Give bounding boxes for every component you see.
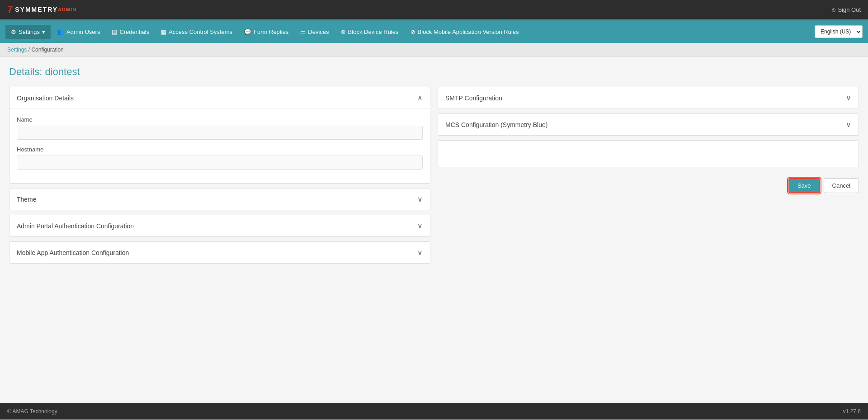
smtp-header[interactable]: SMTP Configuration ∨ bbox=[438, 87, 859, 109]
right-column: SMTP Configuration ∨ MCS Configuration (… bbox=[438, 87, 859, 198]
smtp-chevron-down-icon: ∨ bbox=[846, 94, 851, 102]
action-area: Save Cancel bbox=[438, 174, 859, 198]
chevron-down-icon: ▾ bbox=[42, 28, 45, 35]
logo-icon: 7 bbox=[7, 5, 13, 14]
logo: 7 SYMMETRY ADMIN bbox=[7, 5, 76, 14]
language-select[interactable]: English (US) bbox=[815, 25, 863, 38]
content-grid: Organisation Details ∧ Name Hostname bbox=[9, 87, 859, 264]
nav-block-mobile-label: Block Mobile Application Version Rules bbox=[418, 28, 519, 35]
nav-settings-label: Settings bbox=[19, 28, 40, 35]
credentials-icon: ▤ bbox=[112, 28, 117, 35]
users-icon: 👥 bbox=[57, 28, 64, 35]
save-button[interactable]: Save bbox=[788, 178, 820, 193]
nav-form-replies-label: Form Replies bbox=[254, 28, 288, 35]
form-replies-icon: 💬 bbox=[244, 28, 251, 35]
theme-chevron-down-icon: ∨ bbox=[417, 195, 423, 203]
nav-credentials[interactable]: ▤ Credentials bbox=[106, 25, 155, 39]
right-empty-panel bbox=[438, 140, 859, 167]
nav-access-control[interactable]: ▦ Access Control Systems bbox=[156, 25, 238, 39]
nav-block-device-rules-label: Block Device Rules bbox=[348, 28, 399, 35]
nav-devices[interactable]: ▭ Devices bbox=[295, 25, 334, 39]
nav-devices-label: Devices bbox=[308, 28, 329, 35]
footer-version: v1.27.6 bbox=[843, 408, 861, 415]
mobile-app-auth-chevron-down-icon: ∨ bbox=[417, 248, 423, 257]
nav-admin-users-label: Admin Users bbox=[66, 28, 100, 35]
breadcrumb-settings-link[interactable]: Settings bbox=[7, 47, 27, 53]
block-mobile-icon: ⊘ bbox=[410, 28, 415, 35]
footer: © AMAG Technology v1.27.6 bbox=[0, 403, 868, 420]
nav-block-device-rules[interactable]: ⊗ Block Device Rules bbox=[335, 25, 404, 39]
sign-out-button[interactable]: ⎋ Sign Out bbox=[832, 6, 861, 13]
breadcrumb: Settings / Configuration bbox=[0, 43, 868, 57]
logo-admin-text: ADMIN bbox=[58, 7, 76, 12]
org-details-panel: Organisation Details ∧ Name Hostname bbox=[9, 87, 430, 184]
cancel-button[interactable]: Cancel bbox=[824, 178, 859, 193]
admin-portal-auth-header[interactable]: Admin Portal Authentication Configuratio… bbox=[9, 215, 430, 236]
main-content: Details: diontest Organisation Details ∧… bbox=[0, 57, 868, 403]
hostname-label: Hostname bbox=[17, 146, 423, 153]
nav-left: ⚙ Settings ▾ 👥 Admin Users ▤ Credentials… bbox=[5, 25, 524, 39]
top-bar: 7 SYMMETRY ADMIN ⎋ Sign Out bbox=[0, 0, 868, 20]
nav-credentials-label: Credentials bbox=[119, 28, 149, 35]
hostname-input[interactable] bbox=[17, 156, 423, 170]
mobile-app-auth-header[interactable]: Mobile App Authentication Configuration … bbox=[9, 242, 430, 263]
page-title: Details: diontest bbox=[9, 66, 859, 78]
admin-portal-auth-chevron-down-icon: ∨ bbox=[417, 222, 423, 230]
theme-title: Theme bbox=[17, 196, 37, 203]
breadcrumb-separator: / bbox=[28, 47, 30, 53]
name-input[interactable] bbox=[17, 126, 423, 140]
footer-copyright: © AMAG Technology bbox=[7, 408, 57, 415]
mcs-panel: MCS Configuration (Symmetry Blue) ∨ bbox=[438, 113, 859, 136]
gear-icon: ⚙ bbox=[11, 28, 16, 35]
logo-symmetry-text: SYMMETRY bbox=[15, 6, 58, 13]
smtp-panel: SMTP Configuration ∨ bbox=[438, 87, 859, 109]
name-label: Name bbox=[17, 116, 423, 123]
nav-settings[interactable]: ⚙ Settings ▾ bbox=[5, 25, 51, 39]
nav-block-mobile[interactable]: ⊘ Block Mobile Application Version Rules bbox=[405, 25, 524, 39]
org-details-header[interactable]: Organisation Details ∧ bbox=[9, 87, 430, 109]
sign-out-icon: ⎋ bbox=[832, 6, 835, 13]
access-control-icon: ▦ bbox=[161, 28, 166, 35]
admin-portal-auth-panel: Admin Portal Authentication Configuratio… bbox=[9, 215, 430, 237]
theme-header[interactable]: Theme ∨ bbox=[9, 189, 430, 210]
nav-access-control-label: Access Control Systems bbox=[169, 28, 232, 35]
mcs-chevron-down-icon: ∨ bbox=[846, 120, 851, 129]
hostname-group: Hostname bbox=[17, 146, 423, 170]
sign-out-label: Sign Out bbox=[838, 6, 861, 13]
org-details-chevron-up-icon: ∧ bbox=[417, 94, 423, 102]
devices-icon: ▭ bbox=[300, 28, 306, 35]
mobile-app-auth-title: Mobile App Authentication Configuration bbox=[17, 249, 129, 256]
left-column: Organisation Details ∧ Name Hostname bbox=[9, 87, 430, 264]
nav-bar: ⚙ Settings ▾ 👥 Admin Users ▤ Credentials… bbox=[0, 20, 868, 43]
org-details-title: Organisation Details bbox=[17, 94, 74, 102]
org-details-body: Name Hostname bbox=[9, 109, 430, 183]
theme-panel: Theme ∨ bbox=[9, 188, 430, 210]
mcs-header[interactable]: MCS Configuration (Symmetry Blue) ∨ bbox=[438, 114, 859, 135]
mcs-title: MCS Configuration (Symmetry Blue) bbox=[445, 121, 547, 128]
breadcrumb-current: Configuration bbox=[31, 47, 63, 53]
block-device-icon: ⊗ bbox=[341, 28, 346, 35]
nav-admin-users[interactable]: 👥 Admin Users bbox=[52, 25, 105, 39]
mobile-app-auth-panel: Mobile App Authentication Configuration … bbox=[9, 241, 430, 264]
nav-form-replies[interactable]: 💬 Form Replies bbox=[239, 25, 294, 39]
name-group: Name bbox=[17, 116, 423, 140]
smtp-title: SMTP Configuration bbox=[445, 94, 502, 102]
admin-portal-auth-title: Admin Portal Authentication Configuratio… bbox=[17, 222, 134, 230]
